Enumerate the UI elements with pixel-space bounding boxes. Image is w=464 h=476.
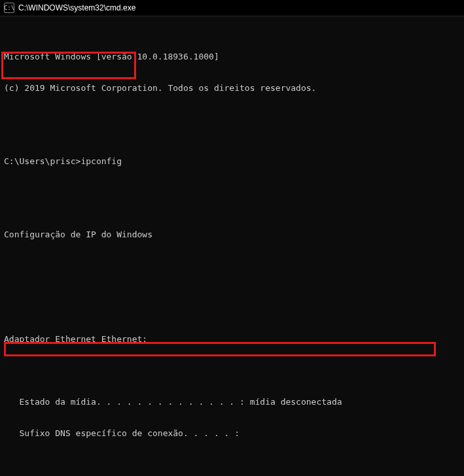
copyright-line: (c) 2019 Microsoft Corporation. Todos os…: [3, 83, 461, 94]
blank-line: [3, 114, 461, 125]
dns-suffix-line: Sufixo DNS específico de conexão. . . . …: [3, 428, 461, 439]
blank-line: [3, 366, 461, 376]
ipconfig-header: Configuração de IP do Windows: [3, 230, 461, 240]
cmd-icon: C:\: [4, 3, 14, 13]
prompt-line-1: C:\Users\prisc>ipconfig: [3, 156, 461, 167]
adapter-header-ethernet1: Adaptador Ethernet Ethernet:: [3, 334, 461, 345]
media-state-line: Estado da mídia. . . . . . . . . . . . .…: [3, 397, 461, 407]
blank-line: [3, 261, 461, 271]
window-title: C:\WINDOWS\system32\cmd.exe: [18, 3, 135, 12]
window-titlebar[interactable]: C:\ C:\WINDOWS\system32\cmd.exe: [0, 0, 464, 16]
terminal-output[interactable]: Microsoft Windows [versão 10.0.18936.100…: [0, 16, 464, 476]
prompt-path: C:\Users\prisc>: [4, 156, 80, 166]
version-line: Microsoft Windows [versão 10.0.18936.100…: [3, 52, 461, 62]
blank-line: [3, 292, 461, 303]
prompt-command: ipconfig: [80, 156, 122, 166]
blank-line: [3, 188, 461, 198]
blank-line: [3, 460, 461, 470]
